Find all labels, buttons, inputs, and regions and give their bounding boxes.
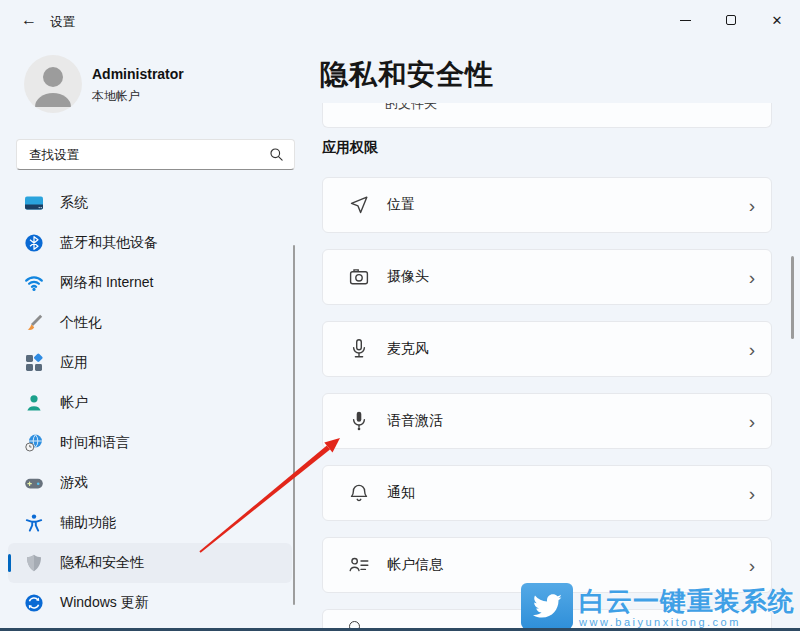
accessibility-icon <box>24 513 44 533</box>
location-icon <box>347 193 371 217</box>
watermark-title: 白云一键重装系统 <box>579 587 795 616</box>
sidebar-item-privacy-security[interactable]: 隐私和安全性 <box>8 543 292 583</box>
permission-row-voice-activation[interactable]: 语音激活 › <box>322 393 772 449</box>
gaming-icon <box>24 473 44 493</box>
sidebar-item-system[interactable]: 系统 <box>8 183 292 223</box>
sidebar-item-label: 游戏 <box>60 474 88 492</box>
maximize-icon <box>726 15 736 25</box>
search-input[interactable]: 查找设置 <box>16 139 295 170</box>
voice-activation-icon <box>347 409 371 433</box>
search-icon <box>269 147 284 162</box>
watermark-texts: 白云一键重装系统 www.baiyunxitong.com <box>579 583 795 629</box>
profile-account-type: 本地帐户 <box>92 88 140 105</box>
personalization-icon <box>24 313 44 333</box>
watermark-bird-icon <box>521 583 573 629</box>
sidebar-scrollbar[interactable] <box>293 245 295 605</box>
sidebar-item-label: 个性化 <box>60 314 102 332</box>
chevron-right-icon: › <box>749 484 755 503</box>
sidebar-nav: 系统 蓝牙和其他设备 网络和 Internet 个性化 应用 <box>8 183 292 623</box>
profile-name: Administrator <box>92 66 184 82</box>
selected-indicator <box>8 554 11 572</box>
permission-row-location[interactable]: 位置 › <box>322 177 772 233</box>
back-arrow-icon: ← <box>21 11 37 29</box>
chevron-right-icon: › <box>749 196 755 215</box>
windows-update-icon <box>24 593 44 613</box>
permission-label: 帐户信息 <box>387 556 443 574</box>
search-placeholder: 查找设置 <box>29 147 79 164</box>
permission-label: 摄像头 <box>387 268 429 286</box>
notifications-icon <box>347 481 371 505</box>
time-language-icon <box>24 433 44 453</box>
apps-icon <box>24 353 44 373</box>
clipped-setting-row[interactable]: 的文件夹 <box>322 103 772 128</box>
permission-row-microphone[interactable]: 麦克风 › <box>322 321 772 377</box>
permission-row-notifications[interactable]: 通知 › <box>322 465 772 521</box>
sidebar-item-label: 隐私和安全性 <box>60 554 144 572</box>
watermark: 白云一键重装系统 www.baiyunxitong.com <box>521 583 795 629</box>
permission-label: 麦克风 <box>387 340 429 358</box>
permission-label: 语音激活 <box>387 412 443 430</box>
sidebar-item-label: 网络和 Internet <box>60 274 153 292</box>
sidebar-item-label: 辅助功能 <box>60 514 116 532</box>
app-title: 设置 <box>50 14 75 31</box>
chevron-right-icon: › <box>749 268 755 287</box>
main-scrollbar[interactable] <box>791 256 794 339</box>
minimize-button[interactable] <box>662 0 708 40</box>
clipped-setting-label: 的文件夹 <box>385 103 437 113</box>
sidebar-item-label: 时间和语言 <box>60 434 130 452</box>
close-icon: ✕ <box>772 14 783 27</box>
sidebar-item-label: 帐户 <box>60 394 88 412</box>
maximize-button[interactable] <box>708 0 754 40</box>
camera-icon <box>347 265 371 289</box>
chevron-right-icon: › <box>749 340 755 359</box>
settings-window: ← 设置 ✕ Administrator 本地帐户 查找设置 系统 <box>0 0 800 631</box>
privacy-security-icon <box>24 553 44 573</box>
minimize-icon <box>680 20 691 21</box>
sidebar-item-windows-update[interactable]: Windows 更新 <box>8 583 292 623</box>
sidebar-item-label: 应用 <box>60 354 88 372</box>
sidebar-item-bluetooth[interactable]: 蓝牙和其他设备 <box>8 223 292 263</box>
network-icon <box>24 273 44 293</box>
close-button[interactable]: ✕ <box>754 0 800 40</box>
avatar[interactable] <box>24 55 82 113</box>
sidebar-item-gaming[interactable]: 游戏 <box>8 463 292 503</box>
sidebar-item-network[interactable]: 网络和 Internet <box>8 263 292 303</box>
accounts-icon <box>24 393 44 413</box>
titlebar: ← 设置 ✕ <box>0 0 800 42</box>
account-info-icon <box>347 553 371 577</box>
sidebar-item-label: 蓝牙和其他设备 <box>60 234 158 252</box>
microphone-icon <box>347 337 371 361</box>
chevron-right-icon: › <box>749 556 755 575</box>
partial-icon <box>349 621 360 628</box>
sidebar-item-accessibility[interactable]: 辅助功能 <box>8 503 292 543</box>
bluetooth-icon <box>24 233 44 253</box>
permission-label: 位置 <box>387 196 415 214</box>
permission-row-camera[interactable]: 摄像头 › <box>322 249 772 305</box>
sidebar-item-label: 系统 <box>60 194 88 212</box>
sidebar-item-apps[interactable]: 应用 <box>8 343 292 383</box>
sidebar-item-label: Windows 更新 <box>60 594 149 612</box>
page-title: 隐私和安全性 <box>320 56 494 94</box>
section-header-app-permissions: 应用权限 <box>322 139 378 157</box>
window-controls: ✕ <box>662 0 800 40</box>
system-icon <box>24 193 44 213</box>
sidebar-item-time-language[interactable]: 时间和语言 <box>8 423 292 463</box>
sidebar-item-accounts[interactable]: 帐户 <box>8 383 292 423</box>
back-button[interactable]: ← <box>14 6 44 34</box>
permission-label: 通知 <box>387 484 415 502</box>
sidebar-item-personalization[interactable]: 个性化 <box>8 303 292 343</box>
person-icon <box>24 55 82 113</box>
chevron-right-icon: › <box>749 412 755 431</box>
